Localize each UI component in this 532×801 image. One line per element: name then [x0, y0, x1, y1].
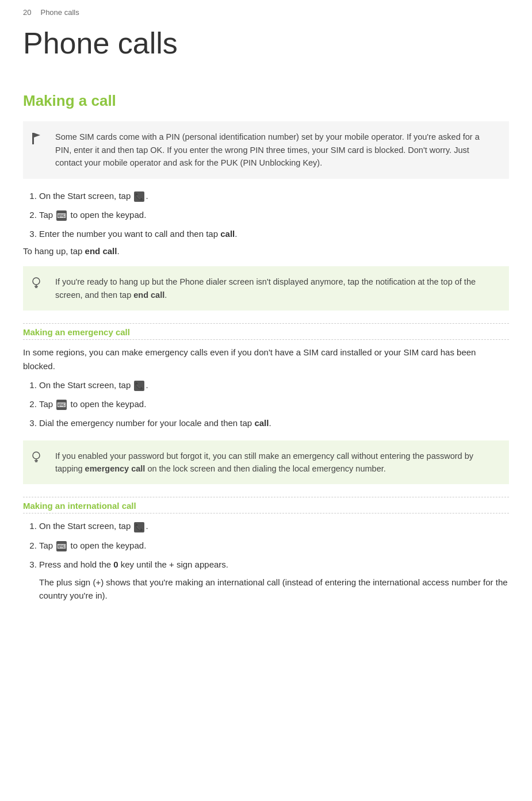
emergency-call-subsection-title[interactable]: Making an emergency call — [23, 327, 130, 337]
svg-point-1 — [33, 278, 40, 285]
international-call-extra-note: The plus sign (+) shows that you're maki… — [39, 576, 509, 603]
section-heading-making-a-call: Making a call — [23, 92, 509, 110]
end-call-label: end call — [85, 246, 117, 256]
emergency-step-3: Dial the emergency number for your local… — [39, 416, 509, 430]
making-a-call-steps: On the Start screen, tap . Tap to open t… — [39, 189, 509, 241]
phone-dialer-tip-box: If you're ready to hang up but the Phone… — [23, 266, 509, 311]
call-label-2: call — [254, 418, 269, 428]
international-call-subsection-title[interactable]: Making an international call — [23, 501, 136, 511]
svg-rect-0 — [32, 133, 34, 144]
page-number-title: Phone calls — [40, 8, 79, 17]
phone-app-icon-3 — [134, 522, 144, 532]
emergency-call-steps: On the Start screen, tap . Tap to open t… — [39, 378, 509, 430]
step-1: On the Start screen, tap . — [39, 189, 509, 202]
emergency-step-2: Tap to open the keypad. — [39, 397, 509, 411]
main-title: Phone calls — [23, 27, 509, 64]
end-call-tip-label: end call — [133, 290, 164, 300]
intl-step-2: Tap to open the keypad. — [39, 539, 509, 552]
zero-key-label: 0 — [113, 559, 118, 569]
call-label: call — [220, 229, 235, 239]
intl-step-1: On the Start screen, tap . — [39, 519, 509, 532]
emergency-call-label: emergency call — [85, 464, 146, 473]
keypad-icon — [56, 210, 67, 221]
phone-app-icon — [134, 191, 144, 202]
emergency-tip-text: If you enabled your password but forgot … — [55, 451, 473, 473]
page-number: 20 — [23, 8, 31, 17]
sim-pin-note-text: Some SIM cards come with a PIN (personal… — [55, 132, 480, 167]
step-3: Enter the number you want to call and th… — [39, 227, 509, 240]
flag-note-icon — [31, 132, 41, 150]
page-number-bar: 20 Phone calls — [23, 0, 509, 21]
phone-app-icon-2 — [134, 381, 144, 391]
emergency-call-subsection-block: Making an emergency call — [23, 323, 509, 340]
hang-up-text: To hang up, tap end call. — [23, 246, 509, 256]
emergency-tip-box: If you enabled your password but forgot … — [23, 440, 509, 485]
international-call-subsection-block: Making an international call — [23, 497, 509, 513]
sim-pin-note-box: Some SIM cards come with a PIN (personal… — [23, 121, 509, 178]
international-call-steps: On the Start screen, tap . Tap to open t… — [39, 519, 509, 602]
emergency-tip-lightbulb-icon — [31, 451, 41, 469]
keypad-icon-3 — [56, 541, 67, 551]
step-2: Tap to open the keypad. — [39, 208, 509, 221]
emergency-call-body: In some regions, you can make emergency … — [23, 346, 509, 373]
intl-step-3: Press and hold the 0 key until the + sig… — [39, 558, 509, 603]
keypad-icon-2 — [56, 400, 67, 410]
svg-point-5 — [33, 452, 40, 459]
phone-dialer-tip-text: If you're ready to hang up but the Phone… — [55, 277, 476, 299]
emergency-step-1: On the Start screen, tap . — [39, 378, 509, 392]
tip-lightbulb-icon — [31, 277, 41, 294]
